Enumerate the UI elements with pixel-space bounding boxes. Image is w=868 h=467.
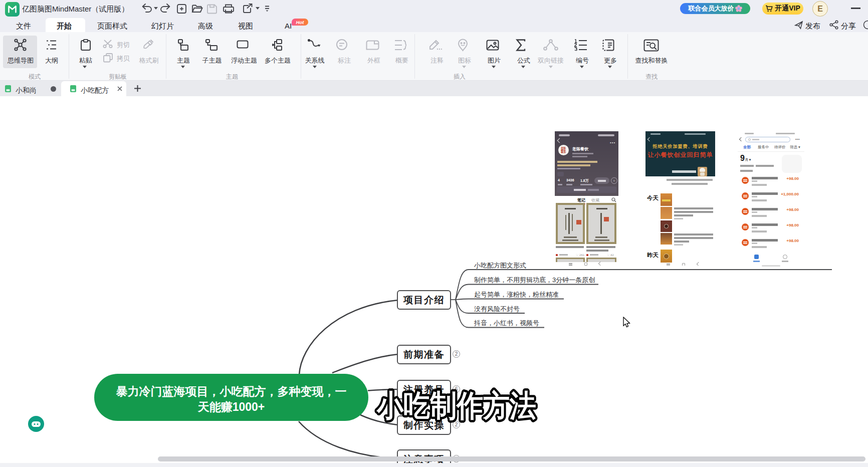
svg-text:小吃制作方法: 小吃制作方法	[376, 389, 536, 422]
